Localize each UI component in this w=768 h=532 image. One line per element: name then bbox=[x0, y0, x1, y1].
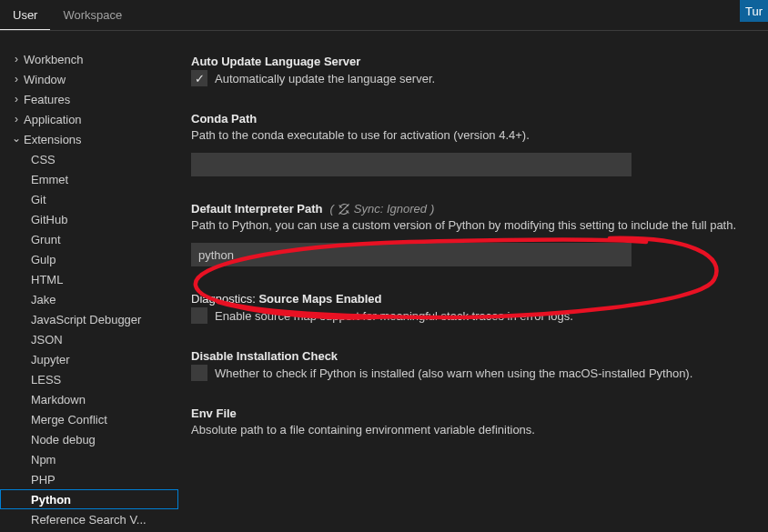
setting-title: Env File bbox=[191, 407, 755, 420]
tree-item-html[interactable]: HTML bbox=[0, 269, 178, 289]
tree-item-markdown[interactable]: Markdown bbox=[0, 389, 178, 409]
setting-conda-path: Conda Path Path to the conda executable … bbox=[191, 112, 755, 176]
setting-title: Conda Path bbox=[191, 112, 755, 125]
tree-label: JavaScript Debugger bbox=[31, 313, 141, 326]
tree-item-grunt[interactable]: Grunt bbox=[0, 229, 178, 249]
tree-item-jupyter[interactable]: Jupyter bbox=[0, 349, 178, 369]
tree-label: Workbench bbox=[24, 53, 84, 66]
chevron-right-icon: › bbox=[9, 53, 24, 65]
tree-label: JSON bbox=[31, 333, 63, 346]
settings-content: Auto Update Language Server ✓ Automatica… bbox=[178, 31, 768, 532]
setting-description: Absolute path to a file containing envir… bbox=[191, 422, 755, 438]
tree-label: Python bbox=[31, 493, 71, 507]
chevron-right-icon: › bbox=[9, 73, 24, 85]
tree-label: Git bbox=[31, 193, 46, 206]
tree-label: Node debug bbox=[31, 433, 96, 447]
tree-item-css[interactable]: CSS bbox=[0, 149, 178, 169]
chevron-right-icon: › bbox=[9, 93, 24, 105]
setting-description: Path to Python, you can use a custom ver… bbox=[191, 217, 755, 234]
setting-title-text: Default Interpreter Path bbox=[191, 202, 322, 216]
tree-label: HTML bbox=[31, 273, 63, 286]
tree-item-github[interactable]: GitHub bbox=[0, 209, 178, 229]
sync-ignored-badge: ( Sync: Ignored) bbox=[329, 202, 434, 216]
settings-scope-tabs: User Workspace bbox=[0, 0, 768, 31]
setting-title: Auto Update Language Server bbox=[191, 55, 755, 68]
setting-title-prefix: Diagnostics: bbox=[191, 292, 256, 306]
default-interpreter-path-input[interactable] bbox=[191, 243, 632, 266]
tree-label: Jake bbox=[31, 293, 56, 306]
tree-label: GitHub bbox=[31, 213, 67, 226]
settings-tree: › Workbench › Window › Features › Applic… bbox=[0, 31, 178, 532]
checkbox-auto-update[interactable]: ✓ bbox=[191, 70, 207, 86]
tree-label: Application bbox=[24, 113, 82, 126]
tree-item-json[interactable]: JSON bbox=[0, 329, 178, 349]
tree-item-reference-search-v[interactable]: Reference Search V... bbox=[0, 509, 178, 529]
turn-on-sync-button[interactable]: Tur bbox=[740, 0, 768, 22]
tree-label: Grunt bbox=[31, 233, 61, 246]
tree-label: Extensions bbox=[24, 133, 82, 146]
setting-title: Diagnostics: Source Maps Enabled bbox=[191, 292, 755, 306]
tree-item-php[interactable]: PHP bbox=[0, 469, 178, 489]
tree-label: Markdown bbox=[31, 393, 86, 407]
tree-label: Merge Conflict bbox=[31, 413, 107, 427]
chevron-right-icon: › bbox=[9, 113, 24, 125]
setting-label: Whether to check if Python is installed … bbox=[215, 366, 692, 380]
checkbox-diagnostics-source-maps[interactable]: ✓ bbox=[191, 307, 207, 324]
setting-auto-update-language-server: Auto Update Language Server ✓ Automatica… bbox=[191, 55, 755, 86]
tree-item-javascript-debugger[interactable]: JavaScript Debugger bbox=[0, 309, 178, 329]
tab-workspace[interactable]: Workspace bbox=[50, 3, 135, 30]
tree-item-python[interactable]: Python bbox=[0, 489, 178, 509]
tab-user[interactable]: User bbox=[0, 3, 50, 30]
setting-title: Disable Installation Check bbox=[191, 349, 755, 363]
tree-item-npm[interactable]: Npm bbox=[0, 449, 178, 469]
tree-label: Reference Search V... bbox=[31, 513, 147, 527]
setting-diagnostics-source-maps: Diagnostics: Source Maps Enabled ✓ Enabl… bbox=[191, 292, 755, 324]
tree-item-less[interactable]: LESS bbox=[0, 369, 178, 389]
tree-label: Npm bbox=[31, 453, 56, 467]
tree-item-git[interactable]: Git bbox=[0, 189, 178, 209]
tree-item-application[interactable]: › Application bbox=[0, 109, 178, 129]
tree-item-node-debug[interactable]: Node debug bbox=[0, 429, 178, 449]
tree-label: Features bbox=[24, 93, 70, 106]
tree-item-merge-conflict[interactable]: Merge Conflict bbox=[0, 409, 178, 429]
tree-label: LESS bbox=[31, 373, 61, 386]
tree-label: PHP bbox=[31, 473, 56, 487]
tree-label: Gulp bbox=[31, 253, 56, 266]
sync-ignored-icon bbox=[338, 203, 350, 216]
setting-disable-installation-check: Disable Installation Check ✓ Whether to … bbox=[191, 349, 755, 381]
setting-default-interpreter-path: Default Interpreter Path ( Sync: Ignored… bbox=[191, 202, 755, 266]
tree-label: CSS bbox=[31, 153, 56, 166]
tree-item-jake[interactable]: Jake bbox=[0, 289, 178, 309]
tree-item-workbench[interactable]: › Workbench bbox=[0, 49, 178, 69]
tree-item-emmet[interactable]: Emmet bbox=[0, 169, 178, 189]
tree-item-gulp[interactable]: Gulp bbox=[0, 249, 178, 269]
setting-title-bold: Source Maps Enabled bbox=[258, 292, 381, 306]
tree-label: Jupyter bbox=[31, 353, 70, 366]
conda-path-input[interactable] bbox=[191, 153, 632, 176]
setting-title: Default Interpreter Path ( Sync: Ignored… bbox=[191, 202, 755, 216]
setting-label: Enable source map support for meaningful… bbox=[215, 309, 573, 323]
tree-item-features[interactable]: › Features bbox=[0, 89, 178, 109]
tree-label: Window bbox=[24, 73, 66, 86]
setting-env-file: Env File Absolute path to a file contain… bbox=[191, 407, 755, 438]
setting-description: Path to the conda executable to use for … bbox=[191, 127, 755, 144]
chevron-down-icon: ⌄ bbox=[9, 132, 24, 145]
sync-ignored-label: Sync: Ignored bbox=[354, 202, 427, 216]
setting-label: Automatically update the language server… bbox=[215, 72, 435, 85]
tree-item-extensions[interactable]: ⌄ Extensions bbox=[0, 129, 178, 149]
tree-item-window[interactable]: › Window bbox=[0, 69, 178, 89]
checkbox-disable-installation-check[interactable]: ✓ bbox=[191, 365, 207, 381]
tree-label: Emmet bbox=[31, 173, 68, 186]
